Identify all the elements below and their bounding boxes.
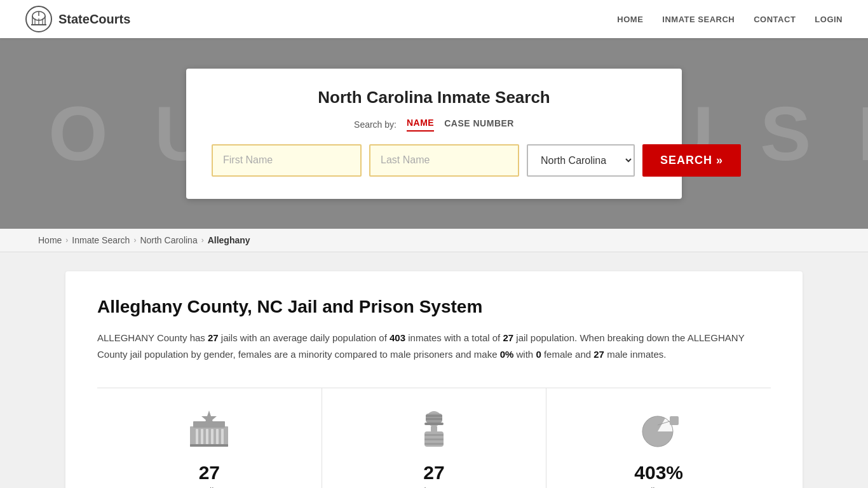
header: StateCourts HOME INMATE SEARCH CONTACT L… <box>0 0 868 38</box>
nav-contact[interactable]: CONTACT <box>754 15 796 24</box>
total-jail-pop: 27 <box>503 332 513 343</box>
prisoners-stat-number: 27 <box>423 462 444 484</box>
pie-chart-icon <box>637 407 681 452</box>
nav-home[interactable]: HOME <box>617 15 643 24</box>
svg-rect-15 <box>211 429 214 444</box>
nav-inmate-search[interactable]: INMATE SEARCH <box>662 15 735 24</box>
female-pct: 0% <box>500 349 514 360</box>
svg-rect-14 <box>206 429 208 444</box>
avg-population: 403 <box>390 332 405 343</box>
breadcrumb: Home › Inmate Search › North Carolina › … <box>0 229 868 252</box>
jail-icon <box>187 407 231 452</box>
state-select[interactable]: North Carolina Alabama Alaska Arizona Ar… <box>527 144 635 177</box>
female-count: 0 <box>536 349 541 360</box>
breadcrumb-sep-2: › <box>133 236 136 245</box>
stat-prisoners: 27 Prisoners <box>322 388 547 488</box>
male-count: 27 <box>593 349 604 360</box>
svg-rect-20 <box>424 423 444 425</box>
desc-1: ALLEGHANY County has <box>97 332 208 343</box>
desc-3: inmates with a total of <box>405 332 503 343</box>
main-content: Alleghany County, NC Jail and Prison Sys… <box>65 271 803 488</box>
first-name-input[interactable] <box>212 144 362 177</box>
svg-rect-31 <box>670 416 679 425</box>
logo-icon <box>25 6 52 32</box>
stat-jails: 27 Jails <box>97 388 322 488</box>
svg-rect-26 <box>424 438 444 440</box>
county-description: ALLEGHANY County has 27 jails with an av… <box>97 330 771 362</box>
svg-rect-22 <box>426 415 442 417</box>
search-button[interactable]: SEARCH » <box>642 144 741 177</box>
breadcrumb-inmate-search[interactable]: Inmate Search <box>72 235 130 245</box>
hero-section: C O U R T H O U S E North Carolina Inmat… <box>0 38 868 229</box>
search-by-label: Search by: <box>354 119 397 130</box>
prisoner-icon <box>412 407 456 452</box>
svg-rect-12 <box>196 429 198 444</box>
county-title: Alleghany County, NC Jail and Prison Sys… <box>97 297 771 317</box>
desc-5: with <box>513 349 536 360</box>
stats-row: 27 Jails 27 <box>97 388 771 488</box>
svg-rect-10 <box>193 421 225 428</box>
breadcrumb-home[interactable]: Home <box>38 235 62 245</box>
tab-case-number[interactable]: CASE NUMBER <box>444 118 514 131</box>
search-by-row: Search by: NAME CASE NUMBER <box>212 118 656 132</box>
svg-rect-18 <box>190 444 228 447</box>
last-name-input[interactable] <box>369 144 519 177</box>
svg-rect-28 <box>431 426 437 432</box>
svg-rect-27 <box>424 443 444 445</box>
breadcrumb-state[interactable]: North Carolina <box>140 235 197 245</box>
logo-text: StateCourts <box>58 12 130 27</box>
svg-rect-17 <box>221 429 224 444</box>
desc-7: male inmates. <box>604 349 667 360</box>
stat-jail-rate: 403% Jail Rate <box>546 388 771 488</box>
jails-count: 27 <box>208 332 219 343</box>
tab-name[interactable]: NAME <box>407 118 434 132</box>
search-panel: North Carolina Inmate Search Search by: … <box>186 69 682 199</box>
search-fields: North Carolina Alabama Alaska Arizona Ar… <box>212 144 656 177</box>
breadcrumb-sep-3: › <box>201 236 204 245</box>
breadcrumb-sep-1: › <box>65 236 68 245</box>
svg-rect-25 <box>424 434 444 436</box>
desc-6: female and <box>541 349 594 360</box>
jails-stat-number: 27 <box>199 462 220 484</box>
logo[interactable]: StateCourts <box>25 6 130 32</box>
main-nav: HOME INMATE SEARCH CONTACT LOGIN <box>617 15 843 24</box>
nav-login[interactable]: LOGIN <box>815 15 843 24</box>
page-title: North Carolina Inmate Search <box>212 88 656 107</box>
svg-rect-23 <box>426 418 442 420</box>
svg-rect-16 <box>216 429 219 444</box>
breadcrumb-current: Alleghany <box>208 235 250 245</box>
desc-2: jails with an average daily population o… <box>219 332 390 343</box>
jail-rate-stat-number: 403% <box>634 462 683 484</box>
svg-rect-13 <box>201 429 203 444</box>
